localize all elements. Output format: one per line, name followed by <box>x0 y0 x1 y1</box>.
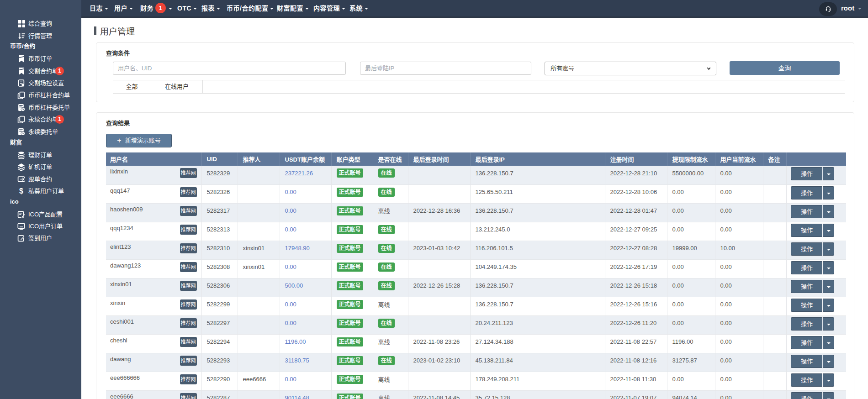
svg-text:$: $ <box>19 187 23 195</box>
